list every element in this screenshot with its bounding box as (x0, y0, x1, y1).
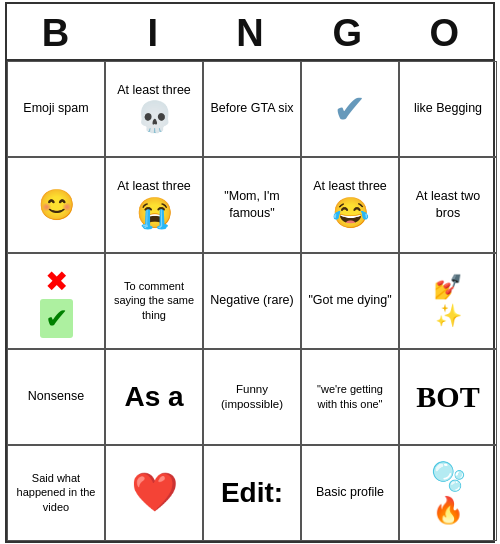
letter-g: G (299, 12, 396, 55)
cell-text: To comment saying the same thing (110, 279, 198, 322)
cell-r2c2: At least three 😭 (105, 157, 203, 253)
cell-r5c5: 🫧 🔥 (399, 445, 497, 541)
smiley-emoji: 😊 (38, 186, 75, 224)
green-check-icon: ✔ (40, 299, 73, 338)
cell-r1c1: Emoji spam (7, 61, 105, 157)
sparkle-wrap: 💅 ✨ (433, 272, 463, 330)
cell-r1c4: ✔ (301, 61, 399, 157)
cell-r5c1: Said what happened in the video (7, 445, 105, 541)
cell-text: Basic profile (316, 484, 384, 500)
bot-label: BOT (416, 378, 479, 416)
cell-text: Before GTA six (210, 100, 293, 116)
cell-r5c3: Edit: (203, 445, 301, 541)
bingo-header: B I N G O (7, 4, 493, 61)
laugh-emoji: 😂 (332, 194, 369, 232)
cell-r4c1: Nonsense (7, 349, 105, 445)
cell-r4c5: BOT (399, 349, 497, 445)
cell-text: "Got me dying" (308, 292, 391, 308)
heart-emoji: ❤️ (131, 469, 178, 517)
cell-r3c4: "Got me dying" (301, 253, 399, 349)
cell-r2c5: At least two bros (399, 157, 497, 253)
cell-text: "we're getting with this one" (306, 382, 394, 411)
cell-r3c1: ✖ ✔ (7, 253, 105, 349)
cell-r1c3: Before GTA six (203, 61, 301, 157)
cell-text: At least three (313, 178, 387, 194)
cell-r5c2: ❤️ (105, 445, 203, 541)
letter-o: O (396, 12, 493, 55)
cell-text: Emoji spam (23, 100, 88, 116)
cell-r3c3: Negative (rare) (203, 253, 301, 349)
cell-text: At least three (117, 178, 191, 194)
letter-b: B (7, 12, 104, 55)
cell-r4c2: As a (105, 349, 203, 445)
cell-text: Funny (impossible) (208, 382, 296, 412)
nail-polish-icon: 💅 (433, 272, 463, 302)
sparkle-icon: ✨ (435, 302, 462, 330)
cell-text: Negative (rare) (210, 292, 293, 308)
letter-i: I (104, 12, 201, 55)
cell-text: As a (124, 379, 183, 414)
cell-text: "Mom, I'm famous" (208, 188, 296, 221)
blue-blob-icon: 🫧 (431, 459, 466, 494)
cell-r3c5: 💅 ✨ (399, 253, 497, 349)
bingo-card: B I N G O Emoji spam At least three 💀 Be… (5, 2, 495, 543)
cell-r4c4: "we're getting with this one" (301, 349, 399, 445)
cell-r2c3: "Mom, I'm famous" (203, 157, 301, 253)
cell-text: At least three (117, 82, 191, 98)
cell-text: Said what happened in the video (12, 471, 100, 514)
cell-r1c2: At least three 💀 (105, 61, 203, 157)
cell-text: Nonsense (28, 388, 84, 404)
cell-r5c4: Basic profile (301, 445, 399, 541)
checkmark-icon: ✔ (333, 84, 367, 134)
cross-check-icons: ✖ ✔ (40, 264, 73, 338)
letter-n: N (201, 12, 298, 55)
red-x-icon: ✖ (45, 264, 68, 299)
cell-text: like Begging (414, 100, 482, 116)
cell-r2c1: 😊 (7, 157, 105, 253)
fire-icon: 🔥 (432, 494, 464, 527)
skull-emoji: 💀 (136, 98, 173, 136)
bingo-grid: Emoji spam At least three 💀 Before GTA s… (7, 61, 493, 541)
sob-emoji: 😭 (136, 194, 173, 232)
cell-text: At least two bros (404, 188, 492, 221)
edit-label: Edit: (221, 475, 283, 510)
cell-r1c5: like Begging (399, 61, 497, 157)
cell-r4c3: Funny (impossible) (203, 349, 301, 445)
cell-r3c2: To comment saying the same thing (105, 253, 203, 349)
cell-r2c4: At least three 😂 (301, 157, 399, 253)
